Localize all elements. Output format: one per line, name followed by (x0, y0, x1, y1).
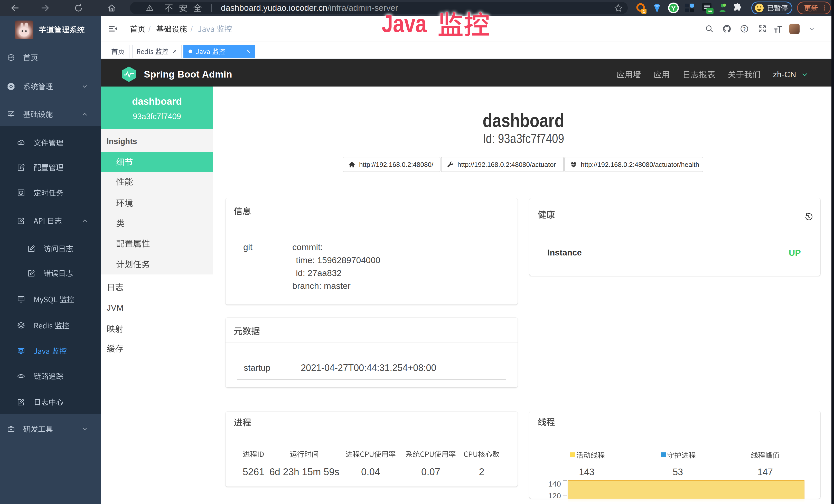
svg-text:1: 1 (643, 9, 645, 13)
svg-text:on: on (708, 9, 712, 13)
svg-text:?: ? (743, 26, 746, 31)
